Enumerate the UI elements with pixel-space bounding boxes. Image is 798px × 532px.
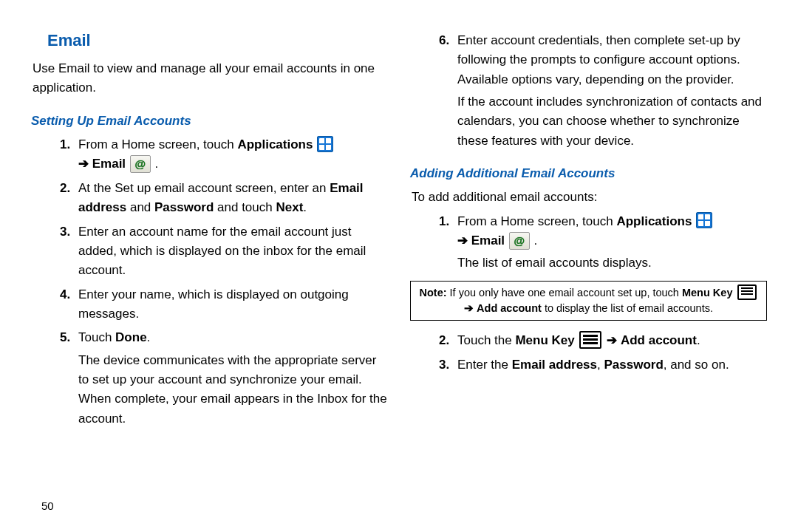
applications-icon: [696, 212, 712, 228]
subheading-adding: Adding Additional Email Accounts: [410, 164, 767, 183]
add-step-3: Enter the Email address, Password, and s…: [453, 355, 767, 375]
applications-icon: [317, 136, 333, 152]
note-box: Note: If you only have one email account…: [410, 281, 767, 321]
text: If you only have one email account set u…: [447, 287, 682, 299]
text: .: [697, 333, 700, 347]
add-step-2: Touch the Menu Key ➔ Add account.: [453, 331, 767, 350]
bold-email: Email: [471, 233, 505, 248]
bold: Menu Key: [682, 287, 733, 299]
bold: Password: [604, 358, 663, 372]
text: .: [303, 200, 307, 214]
step-5: Touch Done. The device communicates with…: [74, 328, 388, 429]
step-4: Enter your name, which is displayed on o…: [74, 285, 388, 324]
menu-key-icon: [579, 331, 601, 349]
email-icon: [130, 155, 151, 173]
right-column: Enter account credentials, then complete…: [410, 28, 767, 433]
subheading-setup: Setting Up Email Accounts: [31, 112, 388, 131]
text: From a Home screen, touch: [457, 214, 616, 228]
setup-steps-cont: Enter account credentials, then complete…: [410, 31, 767, 151]
text: and touch: [214, 200, 276, 214]
left-column: Email Use Email to view and manage all y…: [31, 28, 388, 433]
text: Touch: [78, 330, 115, 344]
text: , and so on.: [664, 358, 729, 372]
step-1: From a Home screen, touch Applications ➔…: [74, 135, 388, 174]
bold: Password: [154, 200, 214, 214]
bold: Next: [276, 200, 303, 214]
step-2: At the Set up email account screen, ente…: [74, 179, 388, 218]
step-6: Enter account credentials, then complete…: [453, 31, 767, 151]
adding-steps-cont: Touch the Menu Key ➔ Add account. Enter …: [410, 331, 767, 375]
text: Enter account credentials, then complete…: [457, 33, 740, 86]
bold: Done: [115, 330, 147, 344]
text: to display the list of email accounts.: [542, 302, 713, 314]
arrow-icon: ➔: [464, 302, 474, 314]
text: From a Home screen, touch: [78, 137, 237, 151]
add-step-1: From a Home screen, touch Applications ➔…: [453, 212, 767, 273]
manual-page: Email Use Email to view and manage all y…: [0, 0, 798, 433]
text: Enter the: [457, 358, 512, 372]
bold-applications: Applications: [237, 137, 313, 151]
menu-key-icon: [737, 284, 757, 300]
email-icon: [509, 232, 530, 250]
note-label: Note:: [420, 287, 447, 299]
step-5-after: The device communicates with the appropr…: [78, 351, 388, 429]
adding-steps: From a Home screen, touch Applications ➔…: [410, 212, 767, 273]
setup-steps: From a Home screen, touch Applications ➔…: [31, 135, 388, 429]
bold: Add account: [477, 302, 542, 314]
bold: Email address: [512, 358, 597, 372]
step-6-after: If the account includes synchronization …: [457, 92, 767, 151]
bold: Add account: [621, 333, 697, 347]
arrow-icon: ➔: [607, 333, 617, 347]
text: and: [126, 200, 154, 214]
intro2: To add additional email accounts:: [412, 188, 767, 207]
text: .: [151, 157, 158, 171]
text: At the Set up email account screen, ente…: [78, 181, 330, 195]
arrow-icon: ➔: [457, 233, 468, 248]
text: .: [531, 233, 537, 248]
bold-email: Email: [92, 157, 126, 171]
text: Touch the: [457, 333, 515, 347]
page-number: 50: [41, 497, 54, 514]
add-step-1-after: The list of email accounts displays.: [457, 253, 767, 273]
text: .: [147, 330, 151, 344]
arrow-icon: ➔: [78, 157, 89, 171]
section-heading-email: Email: [47, 28, 388, 53]
bold-applications: Applications: [616, 214, 692, 228]
step-3: Enter an account name for the email acco…: [74, 222, 388, 281]
bold: Menu Key: [515, 333, 574, 347]
intro-text: Use Email to view and manage all your em…: [33, 59, 388, 98]
